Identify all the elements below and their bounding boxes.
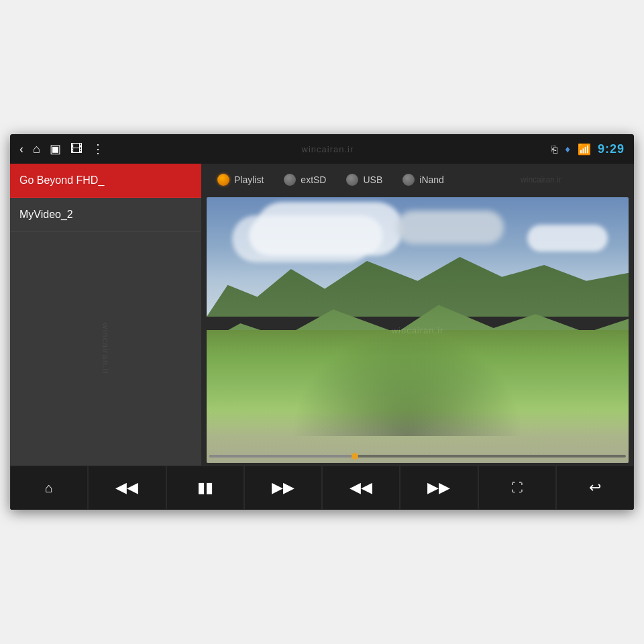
playlist-tab-label: Playlist xyxy=(234,174,264,185)
pause-button[interactable]: ▮▮ xyxy=(166,466,244,510)
extsd-dot-icon xyxy=(284,174,296,186)
inand-tab-label: iNand xyxy=(419,174,444,185)
progress-track[interactable] xyxy=(209,455,626,458)
camera-nav-icon[interactable]: 🎞 xyxy=(70,142,83,156)
sidebar-playlist: Go Beyond FHD_ MyVideo_2 wincairan.ir xyxy=(10,164,201,466)
rewind-button[interactable]: ◀◀ xyxy=(322,466,400,510)
home-nav-icon[interactable]: ⌂ xyxy=(33,142,40,156)
playlist-item-2-label: MyVideo_2 xyxy=(19,209,73,220)
control-bar: ⌂ ◀◀ ▮▮ ▶▶ ◀◀ ▶▶ ⛶ ↩ xyxy=(10,466,634,510)
main-content: Go Beyond FHD_ MyVideo_2 wincairan.ir Pl… xyxy=(10,164,634,466)
inand-dot-icon xyxy=(402,174,415,186)
cast-icon: ⎗ xyxy=(551,144,557,155)
playlist-item-1-label: Go Beyond FHD_ xyxy=(19,174,104,186)
progress-fill xyxy=(209,455,355,458)
source-tab-extsd[interactable]: extSD xyxy=(277,170,333,190)
cloud-2 xyxy=(396,211,504,244)
prev-icon: ◀◀ xyxy=(115,479,138,496)
progress-bar-container[interactable] xyxy=(207,452,629,460)
status-watermark: wincairan.ir xyxy=(104,144,551,154)
playlist-dot-icon xyxy=(217,174,229,186)
menu-nav-icon[interactable]: ⋮ xyxy=(92,142,104,156)
source-tabs: Playlist extSD USB iNand wincairan.ir xyxy=(201,164,634,196)
next-icon: ▶▶ xyxy=(272,479,294,496)
fullscreen-button[interactable]: ⛶ xyxy=(478,466,556,510)
back-icon: ↩ xyxy=(589,479,601,496)
wifi-icon: 📶 xyxy=(578,143,591,156)
home-icon: ⌂ xyxy=(45,480,53,496)
source-tab-usb[interactable]: USB xyxy=(339,170,389,190)
recents-nav-icon[interactable]: ▣ xyxy=(50,142,61,156)
usb-tab-label: USB xyxy=(363,174,382,185)
video-area[interactable]: wincairan.ir xyxy=(207,197,629,463)
pause-icon: ▮▮ xyxy=(197,479,213,496)
fullscreen-icon: ⛶ xyxy=(511,481,523,495)
status-icons: ⎗ ⬧ 📶 9:29 xyxy=(551,142,625,156)
home-button[interactable]: ⌂ xyxy=(10,466,88,510)
sidebar-watermark: wincairan.ir xyxy=(10,232,201,466)
playlist-item-2[interactable]: MyVideo_2 xyxy=(10,198,201,232)
cloud-1 xyxy=(249,215,383,256)
source-tab-playlist[interactable]: Playlist xyxy=(211,170,270,190)
forward-button[interactable]: ▶▶ xyxy=(400,466,478,510)
time-display: 9:29 xyxy=(598,142,625,156)
prev-button[interactable]: ◀◀ xyxy=(88,466,166,510)
status-bar: ‹ ⌂ ▣ 🎞 ⋮ wincairan.ir ⎗ ⬧ 📶 9:29 xyxy=(10,134,634,164)
source-tab-inand[interactable]: iNand xyxy=(396,170,451,190)
forward-icon: ▶▶ xyxy=(427,479,450,496)
tabs-watermark: wincairan.ir xyxy=(458,175,625,184)
right-panel: Playlist extSD USB iNand wincairan.ir xyxy=(201,164,634,466)
next-button[interactable]: ▶▶ xyxy=(244,466,322,510)
playlist-item-1[interactable]: Go Beyond FHD_ xyxy=(10,164,201,198)
rewind-icon: ◀◀ xyxy=(350,479,372,496)
back-button[interactable]: ↩ xyxy=(556,466,634,510)
usb-dot-icon xyxy=(346,174,358,186)
cloud-3 xyxy=(527,225,608,252)
back-nav-icon[interactable]: ‹ xyxy=(19,142,23,156)
extsd-tab-label: extSD xyxy=(301,174,326,185)
bluetooth-icon: ⬧ xyxy=(564,143,571,155)
nav-buttons: ‹ ⌂ ▣ 🎞 ⋮ xyxy=(19,142,104,156)
video-thumbnail: wincairan.ir xyxy=(207,197,629,463)
device-frame: ‹ ⌂ ▣ 🎞 ⋮ wincairan.ir ⎗ ⬧ 📶 9:29 Go Bey… xyxy=(10,134,634,510)
progress-thumb[interactable] xyxy=(352,453,358,460)
